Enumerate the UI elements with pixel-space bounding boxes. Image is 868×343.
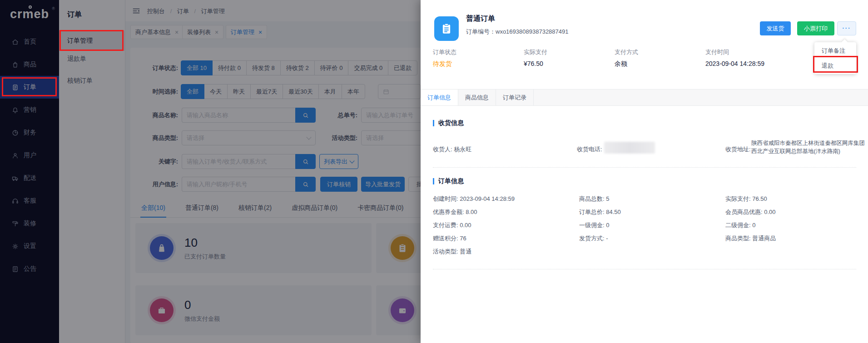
receiver-phone-blurred xyxy=(604,142,655,154)
receiver-name: 收货人: 杨永旺 xyxy=(433,145,471,154)
more-actions-menu: 订单备注 退款 xyxy=(814,42,856,74)
dotted-divider xyxy=(433,269,856,269)
info-create-time: 创建时间: 2023-09-04 14:28:59 xyxy=(433,194,579,203)
order-info-section-header: 订单信息 xyxy=(433,177,464,185)
order-clipboard-icon xyxy=(434,16,459,41)
receiver-address-label: 收货地址: xyxy=(725,145,751,154)
order-status-value: 待发货 xyxy=(433,60,452,68)
receiver-phone-label: 收货电话: xyxy=(577,145,602,154)
drawer-tab-order-info[interactable]: 订单信息 xyxy=(421,89,458,105)
receipt-print-button[interactable]: 小票打印 xyxy=(797,21,834,35)
info-order-total: 订单总价: 84.50 xyxy=(579,208,725,216)
pay-method-head: 支付方式 xyxy=(615,48,638,56)
actual-pay-value: ¥76.50 xyxy=(524,60,543,67)
info-level1-commission: 一级佣金: 0 xyxy=(579,221,725,229)
actual-pay-head: 实际支付 xyxy=(524,48,547,56)
section-title: 收货信息 xyxy=(438,119,464,127)
info-product-type: 商品类型: 普通商品 xyxy=(725,234,856,243)
info-ship-method: 发货方式: - xyxy=(579,234,725,243)
info-level2-commission: 二级佣金: 0 xyxy=(725,221,856,229)
info-coupon-amount: 优惠券金额: 8.00 xyxy=(433,208,579,216)
send-goods-button[interactable]: 发送货 xyxy=(760,21,791,35)
section-title: 订单信息 xyxy=(438,177,464,185)
drawer-mask[interactable] xyxy=(0,0,421,343)
info-shipping-fee: 支付运费: 0.00 xyxy=(433,221,579,229)
info-actual-pay: 实际支付: 76.50 xyxy=(725,194,856,203)
dotted-divider xyxy=(433,167,856,168)
more-actions-button[interactable]: ··· xyxy=(837,21,856,35)
info-product-count: 商品总数: 5 xyxy=(579,194,725,203)
info-member-discount: 会员商品优惠: 0.00 xyxy=(725,208,856,216)
order-status-head: 订单状态 xyxy=(433,48,456,56)
order-detail-drawer: 普通订单 订单编号：wxo1693808938732887491 发送货 小票打… xyxy=(421,0,868,343)
menu-item-refund[interactable]: 退款 xyxy=(814,58,856,73)
drawer-tab-order-record[interactable]: 订单记录 xyxy=(496,89,534,105)
drawer-tabbar: 订单信息 商品信息 订单记录 xyxy=(421,89,868,106)
drawer-tab-product-info[interactable]: 商品信息 xyxy=(458,89,496,105)
pay-method-value: 余额 xyxy=(615,60,627,68)
shipping-section-header: 收货信息 xyxy=(433,119,464,127)
section-bar xyxy=(433,178,434,184)
pay-time-head: 支付时间 xyxy=(705,48,729,56)
order-type-title: 普通订单 xyxy=(466,14,495,24)
info-activity-type: 活动类型: 普通 xyxy=(433,247,579,256)
info-gift-points: 赠送积分: 76 xyxy=(433,234,579,243)
menu-item-order-remark[interactable]: 订单备注 xyxy=(814,43,856,58)
order-number: 订单编号：wxo1693808938732887491 xyxy=(466,28,569,36)
order-info-grid: 创建时间: 2023-09-04 14:28:59 商品总数: 5 实际支付: … xyxy=(433,194,856,256)
section-bar xyxy=(433,120,434,126)
receiver-address: 陕西省咸阳市秦都区上林街道秦都区网库集团西北产业互联网总部基地(沣水路南) xyxy=(751,139,866,155)
pay-time-value: 2023-09-04 14:28:59 xyxy=(705,60,764,67)
